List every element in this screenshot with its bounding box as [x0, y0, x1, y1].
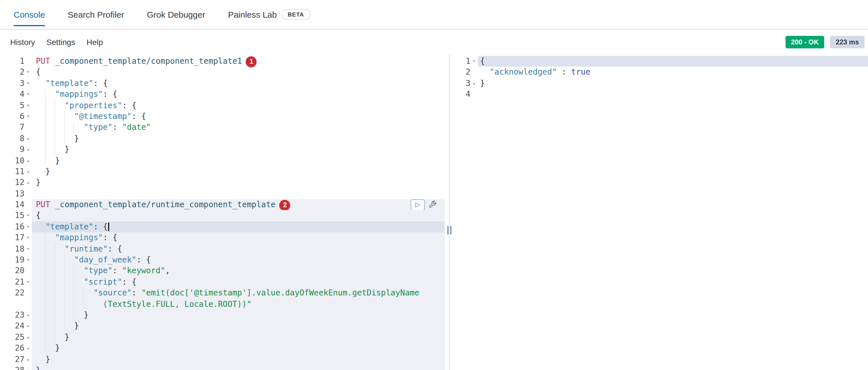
- code-content[interactable]: "runtime": {: [32, 243, 450, 254]
- fold-toggle-icon[interactable]: ▾: [25, 78, 32, 89]
- code-content[interactable]: "template": {: [32, 78, 450, 89]
- code-content[interactable]: [478, 89, 868, 100]
- code-content[interactable]: "script": {: [32, 277, 450, 288]
- response-editor[interactable]: 1▾{2"acknowledged" : true3▴}4: [451, 55, 868, 370]
- code-content[interactable]: PUT _component_template/component_templa…: [32, 56, 450, 67]
- code-line[interactable]: 1▾{: [451, 56, 868, 67]
- code-line[interactable]: 3▾"template": {: [0, 78, 450, 89]
- send-request-button[interactable]: ▷: [411, 199, 425, 210]
- code-content[interactable]: }: [32, 144, 450, 155]
- fold-toggle-icon[interactable]: ▴: [25, 354, 32, 365]
- code-content[interactable]: "source": "emit(doc['@timestamp'].value.…: [32, 287, 450, 298]
- code-line[interactable]: 12▴}: [0, 177, 450, 189]
- fold-toggle-icon[interactable]: ▾: [25, 100, 32, 111]
- code-content[interactable]: }: [32, 133, 450, 144]
- code-line[interactable]: 27▴}: [0, 354, 450, 365]
- fold-toggle-icon[interactable]: ▾: [25, 210, 32, 222]
- tab-search-profiler[interactable]: Search Profiler: [68, 0, 124, 29]
- code-line[interactable]: 20"type": "keyword",: [0, 265, 450, 277]
- code-line[interactable]: 24▴}: [0, 321, 450, 332]
- code-content[interactable]: "@timestamp": {: [32, 111, 450, 122]
- fold-toggle-icon[interactable]: ▴: [25, 365, 32, 370]
- code-line[interactable]: 21▾"script": {: [0, 277, 450, 288]
- code-line[interactable]: 1PUT _component_template/component_templ…: [0, 56, 450, 67]
- code-content[interactable]: }: [32, 155, 450, 166]
- fold-toggle-icon[interactable]: ▾: [25, 243, 32, 254]
- tab-painless-lab[interactable]: Painless Lab BETA: [228, 0, 311, 29]
- code-content[interactable]: }: [32, 177, 450, 189]
- code-line[interactable]: 13: [0, 188, 450, 199]
- code-content[interactable]: }: [478, 78, 868, 89]
- code-content[interactable]: PUT _component_template/runtime_componen…: [32, 199, 450, 210]
- code-line[interactable]: 18▾"runtime": {: [0, 243, 450, 254]
- code-line[interactable]: 8▴}: [0, 133, 450, 144]
- fold-toggle-icon[interactable]: ▴: [25, 133, 32, 144]
- code-line[interactable]: (TextStyle.FULL, Locale.ROOT))": [0, 298, 450, 310]
- panel-resizer[interactable]: [445, 225, 454, 235]
- code-content[interactable]: }: [32, 332, 450, 343]
- code-content[interactable]: (TextStyle.FULL, Locale.ROOT))": [32, 298, 450, 310]
- tab-grok-debugger[interactable]: Grok Debugger: [147, 0, 205, 29]
- code-line[interactable]: 22"source": "emit(doc['@timestamp'].valu…: [0, 287, 450, 298]
- fold-toggle-icon[interactable]: ▾: [25, 277, 32, 288]
- fold-toggle-icon[interactable]: ▴: [25, 332, 32, 343]
- wrench-icon[interactable]: [428, 200, 437, 209]
- fold-toggle-icon[interactable]: ▴: [25, 166, 32, 177]
- code-line[interactable]: 3▴}: [451, 78, 868, 89]
- fold-toggle-icon[interactable]: ▾: [470, 56, 478, 67]
- code-content[interactable]: }: [32, 343, 450, 354]
- code-line[interactable]: 14PUT _component_template/runtime_compon…: [0, 199, 450, 210]
- code-line[interactable]: 5▾"properties": {: [0, 100, 450, 111]
- tab-console[interactable]: Console: [14, 0, 45, 29]
- code-content[interactable]: "properties": {: [32, 100, 450, 111]
- code-content[interactable]: {: [32, 67, 450, 78]
- menu-settings[interactable]: Settings: [46, 37, 75, 47]
- fold-toggle-icon[interactable]: ▴: [25, 155, 32, 166]
- code-line[interactable]: 17▾"mappings": {: [0, 232, 450, 244]
- code-line[interactable]: 10▴}: [0, 155, 450, 166]
- code-line[interactable]: 4▾"mappings": {: [0, 89, 450, 100]
- request-editor[interactable]: 1PUT _component_template/component_templ…: [0, 55, 450, 370]
- code-content[interactable]: "type": "keyword",: [32, 265, 450, 277]
- fold-toggle-icon[interactable]: ▴: [25, 177, 32, 189]
- menu-history[interactable]: History: [10, 37, 35, 47]
- code-content[interactable]: }: [32, 365, 450, 370]
- code-line[interactable]: 28▴}: [0, 365, 450, 370]
- code-content[interactable]: }: [32, 310, 450, 321]
- code-content[interactable]: [32, 188, 450, 199]
- code-content[interactable]: }: [32, 354, 450, 365]
- code-line[interactable]: 9▴}: [0, 144, 450, 155]
- code-line[interactable]: 4: [451, 89, 868, 100]
- code-line[interactable]: 25▴}: [0, 332, 450, 343]
- code-line[interactable]: 15▾{: [0, 210, 450, 222]
- code-content[interactable]: {: [32, 210, 450, 222]
- menu-help[interactable]: Help: [87, 37, 103, 47]
- fold-toggle-icon[interactable]: ▴: [25, 310, 32, 321]
- fold-toggle-icon[interactable]: ▾: [25, 89, 32, 100]
- code-content[interactable]: "day_of_week": {: [32, 254, 450, 265]
- code-content[interactable]: "type": "date": [32, 122, 450, 133]
- code-line[interactable]: 6▾"@timestamp": {: [0, 111, 450, 122]
- code-line[interactable]: 23▴}: [0, 310, 450, 321]
- code-line[interactable]: 2▾{: [0, 67, 450, 78]
- fold-toggle-icon[interactable]: ▾: [25, 67, 32, 78]
- code-content[interactable]: "mappings": {: [32, 232, 450, 244]
- fold-toggle-icon[interactable]: ▴: [470, 78, 478, 89]
- fold-toggle-icon[interactable]: ▾: [25, 232, 32, 244]
- code-line[interactable]: 11▴}: [0, 166, 450, 177]
- code-line[interactable]: 2"acknowledged" : true: [451, 67, 868, 78]
- code-content[interactable]: }: [32, 321, 450, 332]
- code-content[interactable]: "mappings": {: [32, 89, 450, 100]
- fold-toggle-icon[interactable]: ▴: [25, 321, 32, 332]
- fold-toggle-icon[interactable]: ▴: [25, 343, 32, 354]
- code-line[interactable]: 16▾"template": {: [0, 222, 450, 232]
- code-line[interactable]: 7"type": "date": [0, 122, 450, 133]
- code-content[interactable]: {: [478, 56, 868, 67]
- fold-toggle-icon[interactable]: ▾: [25, 222, 32, 232]
- code-line[interactable]: 26▴}: [0, 343, 450, 354]
- fold-toggle-icon[interactable]: ▾: [25, 111, 32, 122]
- code-content[interactable]: "template": {: [32, 222, 450, 232]
- fold-toggle-icon[interactable]: ▴: [25, 144, 32, 155]
- code-line[interactable]: 19▾"day_of_week": {: [0, 254, 450, 265]
- code-content[interactable]: "acknowledged" : true: [478, 67, 868, 78]
